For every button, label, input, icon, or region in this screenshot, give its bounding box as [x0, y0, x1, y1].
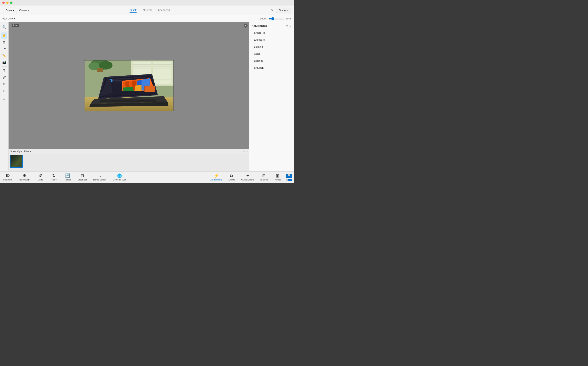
search-tool[interactable]: 🔍 — [1, 24, 8, 30]
logo-cell — [288, 176, 290, 178]
adjustment-smart-fix[interactable]: › Smart Fix — [249, 29, 294, 36]
frames-panel-icon: ▣ — [276, 173, 279, 178]
rotate-label: Rotate — [65, 179, 71, 181]
quick-actions-panel-icon: ✦ — [246, 173, 249, 178]
logo-cell — [286, 179, 288, 181]
brush-tool[interactable]: ✏️ — [1, 52, 8, 59]
photo-thumbnail[interactable] — [10, 155, 23, 168]
view-mode-label: After Only — [1, 17, 13, 20]
move-tool[interactable]: ✋ — [1, 32, 8, 39]
paint-tool[interactable]: 🖌 — [1, 74, 8, 81]
home-screen-tool[interactable]: ⌂ Home Screen — [90, 172, 109, 183]
undo-label: Undo — [38, 179, 43, 181]
svg-rect-25 — [97, 68, 103, 72]
tab-advanced[interactable]: Advanced — [158, 8, 170, 13]
create-chevron-icon: ▾ — [28, 9, 29, 12]
enhance-tool[interactable]: 👁 — [1, 46, 8, 52]
tab-quick[interactable]: Quick — [130, 8, 137, 13]
redo-tool[interactable]: ↻ Redo — [47, 172, 61, 183]
tool-options-icon: ⚙ — [23, 173, 26, 178]
expand-icon: ▾ — [246, 150, 248, 153]
rotate-tool[interactable]: 🔄 Rotate — [61, 172, 75, 183]
svg-marker-42 — [135, 85, 141, 91]
bottom-left-tools: 🖼 Photo Bin ⚙ Tool Options ↺ Undo ↻ Redo… — [0, 172, 208, 183]
quick-actions-panel-tool[interactable]: ✦ Quick Actions — [238, 172, 257, 183]
svg-rect-46 — [113, 82, 121, 82]
panel-title: Adjustments — [252, 24, 267, 27]
panel-header: Adjustments ↺ ? — [249, 22, 294, 29]
organizer-label: Organizer — [78, 179, 87, 181]
adjustment-label: Balance — [254, 59, 263, 62]
more-icon: ··· — [243, 150, 245, 153]
organizer-tool[interactable]: ⊟ Organizer — [75, 172, 90, 183]
open-button[interactable]: Open ▾ — [3, 8, 17, 13]
photo-thumbnail-image — [10, 155, 22, 167]
mode-tabs: Quick Guided Advanced — [31, 8, 268, 13]
stamp-tool[interactable]: 📷 — [1, 59, 8, 65]
share-chevron-icon: ▾ — [287, 9, 288, 12]
chevron-right-icon: › — [252, 31, 252, 34]
crop-tool[interactable]: ⊞ — [1, 88, 8, 94]
create-button[interactable]: Create ▾ — [19, 9, 29, 12]
elements-web-tool[interactable]: 🌐 Elements Web — [109, 172, 129, 183]
logo-cell — [286, 176, 288, 178]
text-tool[interactable]: T — [1, 68, 8, 74]
photo-bin-tool[interactable]: 🖼 Photo Bin — [0, 172, 15, 183]
open-label: Open — [6, 9, 12, 12]
text-icon: T — [3, 69, 5, 73]
view-mode-select[interactable]: After Only ▾ — [1, 17, 15, 20]
frames-panel-tool[interactable]: ▣ Frames — [271, 172, 284, 183]
undo-icon: ↺ — [39, 173, 42, 178]
tool-options-tool[interactable]: ⚙ Tool Options — [15, 172, 34, 183]
minimize-button[interactable] — [6, 1, 8, 4]
adjustment-lighting[interactable]: › Lighting — [249, 43, 294, 50]
adjustment-exposure[interactable]: › Exposure — [249, 36, 294, 43]
effects-panel-label: Effects — [229, 179, 235, 181]
undo-tool[interactable]: ↺ Undo — [34, 172, 47, 183]
organizer-icon: ⊟ — [81, 173, 84, 178]
adjustment-sharpen[interactable]: › Sharpen — [249, 64, 294, 71]
add-tool[interactable]: + — [1, 96, 8, 102]
adjustments-panel-label: Adjustments — [210, 179, 222, 181]
heal-icon: ⊕ — [3, 82, 5, 86]
adjustment-label: Smart Fix — [254, 31, 265, 34]
adjustments-panel-icon: ⚡ — [214, 173, 219, 178]
logo-cell — [290, 176, 292, 178]
svg-rect-45 — [113, 80, 122, 81]
close-button[interactable] — [2, 1, 5, 4]
adjustments-panel-tool[interactable]: ⚡ Adjustments — [208, 172, 225, 183]
crop-icon: ⊞ — [3, 89, 5, 92]
maximize-button[interactable] — [10, 1, 12, 4]
share-button[interactable]: Share ▾ — [276, 8, 291, 13]
add-icon: + — [3, 97, 5, 102]
select-icon: ⊡ — [3, 40, 5, 44]
heal-tool[interactable]: ⊕ — [1, 81, 8, 87]
show-open-files-toggle[interactable]: Show Open Files ▾ — [10, 150, 31, 153]
after-label: After — [12, 24, 19, 27]
panel-help-icon[interactable]: ? — [290, 24, 291, 27]
textures-panel-tool[interactable]: ⊞ Textures — [257, 172, 271, 183]
top-toolbar: Open ▾ Create ▾ Quick Guided Advanced ☀ … — [0, 5, 294, 15]
close-canvas-button[interactable]: × — [244, 24, 248, 28]
panel-reset-icon[interactable]: ↺ — [286, 24, 288, 27]
adjustment-color[interactable]: › Color — [249, 50, 294, 57]
bottom-right-tools: ⚡ Adjustments fx Effects ✦ Quick Actions… — [208, 172, 294, 183]
logo-grid — [286, 174, 292, 181]
select-tool[interactable]: ⊡ — [1, 39, 8, 45]
logo-cell — [290, 174, 292, 176]
photo-bin-section: Show Open Files ▾ ··· ▾ — [8, 149, 249, 171]
redo-icon: ↻ — [52, 173, 56, 178]
zoom-label: Zoom: — [260, 17, 267, 20]
panel-header-icons: ↺ ? — [286, 24, 291, 27]
stamp-icon: 📷 — [2, 60, 6, 64]
zoom-slider[interactable] — [269, 17, 284, 20]
brightness-icon[interactable]: ☀ — [271, 8, 274, 12]
adjustment-balance[interactable]: › Balance — [249, 57, 294, 64]
photo-bin-more[interactable]: ··· ▾ — [243, 150, 248, 153]
canvas-column: After × — [8, 22, 249, 171]
textures-panel-icon: ⊞ — [262, 173, 266, 178]
title-bar — [0, 0, 294, 5]
effects-panel-tool[interactable]: fx Effects — [225, 172, 238, 183]
bottom-bar: 🖼 Photo Bin ⚙ Tool Options ↺ Undo ↻ Redo… — [0, 171, 294, 183]
tab-guided[interactable]: Guided — [143, 8, 152, 13]
